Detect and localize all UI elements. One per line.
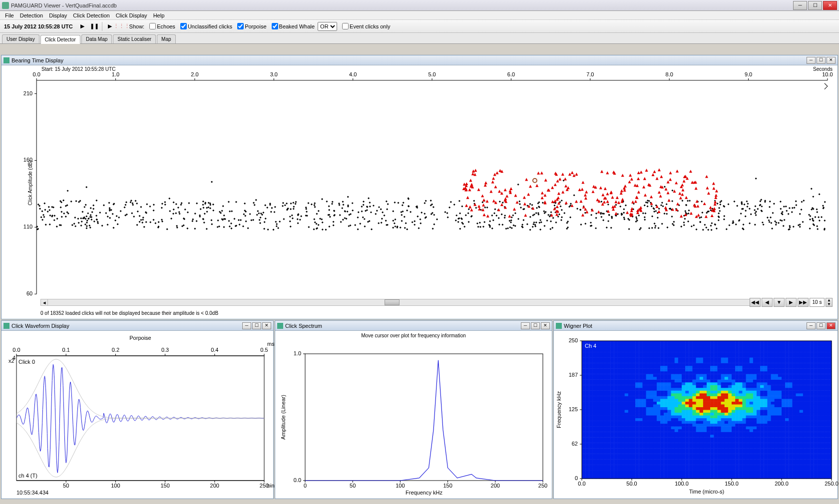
play2-button[interactable]: ▶ xyxy=(105,22,114,31)
svg-rect-252 xyxy=(639,470,643,473)
svg-rect-2656 xyxy=(725,377,729,380)
svg-rect-3431 xyxy=(742,346,746,349)
tab-map[interactable]: Map xyxy=(157,34,175,43)
pause-button[interactable]: ❚❚ xyxy=(90,22,99,31)
panel-max-button[interactable]: ☐ xyxy=(817,57,826,64)
spectrum-plot[interactable]: 0.01.0Amplitude (Linear)050100150200250F… xyxy=(275,331,553,500)
svg-rect-3046 xyxy=(617,360,621,363)
panel-min-button[interactable]: ─ xyxy=(807,57,816,64)
menu-file[interactable]: File xyxy=(2,11,17,19)
scrollbar-thumb[interactable] xyxy=(385,299,400,305)
svg-rect-2425 xyxy=(650,385,654,388)
minimize-button[interactable]: ─ xyxy=(793,1,807,10)
nav-duration[interactable]: 10 s xyxy=(810,298,825,307)
nav-next-fast[interactable]: ▶▶ xyxy=(798,298,809,307)
filter-select[interactable]: OR xyxy=(318,22,337,31)
close-button[interactable]: ✕ xyxy=(823,1,837,10)
svg-rect-1984 xyxy=(825,404,829,407)
svg-rect-3258 xyxy=(625,352,629,355)
svg-rect-2362 xyxy=(675,388,679,391)
panel-min-button[interactable]: ─ xyxy=(242,322,251,329)
beaked-checkbox[interactable]: Beaked Whale xyxy=(272,23,315,29)
event-only-checkbox[interactable]: Event clicks only xyxy=(342,23,390,29)
panel-min-button[interactable]: ─ xyxy=(807,322,816,329)
svg-rect-3144 xyxy=(717,357,721,360)
nav-next[interactable]: ▶ xyxy=(786,298,797,307)
nav-spinner[interactable]: ▲▼ xyxy=(826,298,833,307)
svg-rect-3402 xyxy=(639,346,643,349)
menu-click-display[interactable]: Click Display xyxy=(113,11,150,19)
unclassified-checkbox[interactable]: Unclassified clicks xyxy=(180,23,232,29)
svg-rect-1200 xyxy=(775,435,779,438)
svg-rect-2401 xyxy=(814,388,818,391)
svg-rect-3471 xyxy=(635,344,639,347)
svg-rect-3031 xyxy=(814,363,818,366)
svg-rect-2061 xyxy=(600,399,604,402)
play-button[interactable]: ▶ xyxy=(78,22,87,31)
panel-max-button[interactable]: ☐ xyxy=(531,322,540,329)
maximize-button[interactable]: ☐ xyxy=(808,1,822,10)
svg-rect-1510 xyxy=(632,421,636,424)
svg-rect-2113 xyxy=(785,399,789,402)
menu-display[interactable]: Display xyxy=(46,11,70,19)
panel-close-button[interactable]: ✕ xyxy=(827,57,836,64)
wigner-plot[interactable]: 062125187250Frequency kHzCh 40.050.0100.… xyxy=(554,331,839,500)
svg-rect-238 xyxy=(589,470,593,473)
menu-detection[interactable]: Detection xyxy=(17,11,46,19)
menu-help[interactable]: Help xyxy=(150,11,168,19)
svg-rect-3449 xyxy=(807,346,811,349)
nav-prev[interactable]: ◀ xyxy=(762,298,773,307)
panel-close-button[interactable]: ✕ xyxy=(541,322,550,329)
nav-prev-fast[interactable]: ◀◀ xyxy=(750,298,761,307)
svg-rect-2813 xyxy=(785,371,789,374)
panel-min-button[interactable]: ─ xyxy=(521,322,530,329)
nav-menu[interactable]: ▼ xyxy=(774,298,785,307)
svg-rect-3462 xyxy=(603,344,607,347)
svg-rect-2408 xyxy=(589,385,593,388)
svg-rect-543 xyxy=(678,459,682,462)
svg-text:50.0: 50.0 xyxy=(626,481,637,487)
menu-click-detection[interactable]: Click Detection xyxy=(70,11,112,19)
svg-rect-1084 xyxy=(610,437,614,440)
grid-icon[interactable]: ⋮⋮⋮ xyxy=(117,22,126,31)
svg-rect-938 xyxy=(589,443,593,446)
svg-rect-3295 xyxy=(757,352,761,355)
svg-rect-220 xyxy=(775,473,779,476)
echoes-checkbox[interactable]: Echoes xyxy=(149,23,175,29)
svg-rect-1791 xyxy=(635,410,639,413)
panel-max-button[interactable]: ☐ xyxy=(817,322,826,329)
svg-rect-767 xyxy=(728,451,732,454)
tab-static-localiser[interactable]: Static Localiser xyxy=(113,34,156,43)
svg-rect-2195 xyxy=(828,396,832,399)
svg-rect-1023 xyxy=(642,440,646,443)
svg-rect-3340 xyxy=(667,349,671,352)
svg-rect-1611 xyxy=(742,418,746,421)
panel-close-button[interactable]: ✕ xyxy=(827,322,836,329)
svg-rect-3412 xyxy=(675,346,679,349)
svg-rect-2193 xyxy=(821,396,825,399)
svg-rect-3068 xyxy=(696,360,700,363)
svg-rect-3414 xyxy=(682,346,686,349)
svg-rect-1868 xyxy=(660,407,664,410)
tab-data-map[interactable]: Data Map xyxy=(81,34,112,43)
svg-rect-1074 xyxy=(825,440,829,443)
panel-close-button[interactable]: ✕ xyxy=(262,322,271,329)
svg-rect-1551 xyxy=(778,421,782,424)
waveform-plot[interactable]: Porpoisems0.00.10.20.30.40.5x24Click 0ch… xyxy=(1,331,274,500)
bearing-scrollbar[interactable]: ◂ ▸ xyxy=(40,299,758,306)
svg-rect-1912 xyxy=(817,407,821,410)
svg-rect-459 xyxy=(628,462,632,465)
svg-rect-2658 xyxy=(732,377,736,380)
svg-rect-1675 xyxy=(721,415,725,418)
svg-rect-3072 xyxy=(710,360,714,363)
svg-rect-3135 xyxy=(685,357,689,360)
svg-rect-1067 xyxy=(800,440,804,443)
tab-user-display[interactable]: User Display xyxy=(2,34,39,43)
svg-rect-2529 xyxy=(771,382,775,385)
tab-click-detector[interactable]: Click Detector xyxy=(40,35,80,44)
panel-max-button[interactable]: ☐ xyxy=(252,322,261,329)
bearing-plot[interactable]: 0.01.02.03.04.05.06.07.08.09.010.0601101… xyxy=(1,65,838,319)
svg-rect-3491 xyxy=(707,344,711,347)
svg-rect-1512 xyxy=(639,421,643,424)
porpoise-checkbox[interactable]: Porpoise xyxy=(237,23,266,29)
